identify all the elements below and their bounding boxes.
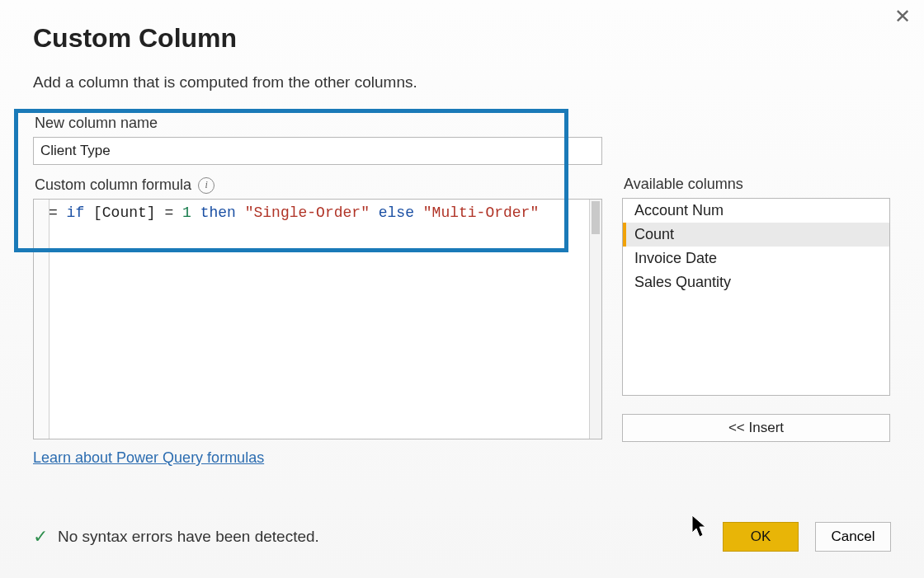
formula-scrollbar[interactable] bbox=[589, 200, 601, 439]
formula-token: then bbox=[200, 204, 236, 221]
formula-block: Custom column formula i = if [Count] = 1… bbox=[33, 176, 602, 439]
formula-token: = bbox=[49, 204, 67, 221]
formula-token bbox=[414, 204, 423, 221]
available-column-item[interactable]: Invoice Date bbox=[623, 247, 889, 270]
formula-label: Custom column formula bbox=[35, 176, 191, 194]
formula-token bbox=[370, 204, 379, 221]
available-column-item[interactable]: Sales Quantity bbox=[623, 270, 889, 294]
close-icon[interactable]: ✕ bbox=[894, 7, 911, 26]
check-icon: ✓ bbox=[33, 528, 48, 546]
formula-token: if bbox=[67, 204, 85, 221]
new-column-name-input[interactable] bbox=[33, 137, 602, 165]
formula-token: 1 bbox=[182, 204, 191, 221]
learn-link[interactable]: Learn about Power Query formulas bbox=[33, 449, 264, 467]
left-column: New column name Custom column formula i … bbox=[33, 115, 602, 467]
custom-column-dialog: ✕ Custom Column Add a column that is com… bbox=[0, 0, 924, 578]
status-text: No syntax errors have been detected. bbox=[58, 528, 319, 546]
available-column-item[interactable]: Count bbox=[623, 223, 889, 247]
formula-token: [Count] = bbox=[84, 204, 182, 221]
new-column-name-label: New column name bbox=[35, 115, 602, 132]
formula-label-row: Custom column formula i bbox=[35, 176, 602, 194]
available-column-item[interactable]: Account Num bbox=[623, 199, 889, 223]
formula-token bbox=[191, 204, 200, 221]
right-column: Available columns Account NumCountInvoic… bbox=[622, 115, 890, 442]
formula-text: = if [Count] = 1 then "Single-Order" els… bbox=[49, 203, 588, 223]
ok-button[interactable]: OK bbox=[723, 522, 799, 552]
available-columns-label: Available columns bbox=[624, 176, 890, 193]
formula-token bbox=[236, 204, 245, 221]
dialog-body: New column name Custom column formula i … bbox=[33, 115, 891, 467]
formula-token: "Single-Order" bbox=[245, 204, 370, 221]
formula-editor[interactable]: = if [Count] = 1 then "Single-Order" els… bbox=[33, 199, 602, 439]
dialog-content: Custom Column Add a column that is compu… bbox=[0, 0, 924, 467]
new-column-name-block: New column name bbox=[33, 115, 602, 165]
insert-button[interactable]: << Insert bbox=[622, 414, 890, 442]
formula-gutter bbox=[34, 200, 50, 439]
button-row: OK Cancel bbox=[723, 522, 891, 552]
dialog-title: Custom Column bbox=[33, 23, 891, 54]
available-columns-list[interactable]: Account NumCountInvoice DateSales Quanti… bbox=[622, 198, 890, 396]
formula-token: else bbox=[379, 204, 414, 221]
dialog-footer: ✓ No syntax errors have been detected. O… bbox=[33, 522, 891, 552]
scrollbar-thumb[interactable] bbox=[592, 201, 600, 234]
info-icon[interactable]: i bbox=[198, 177, 214, 194]
formula-token: "Multi-Order" bbox=[423, 204, 539, 221]
syntax-status: ✓ No syntax errors have been detected. bbox=[33, 528, 319, 546]
cancel-button[interactable]: Cancel bbox=[815, 522, 891, 552]
dialog-subtitle: Add a column that is computed from the o… bbox=[33, 73, 891, 92]
